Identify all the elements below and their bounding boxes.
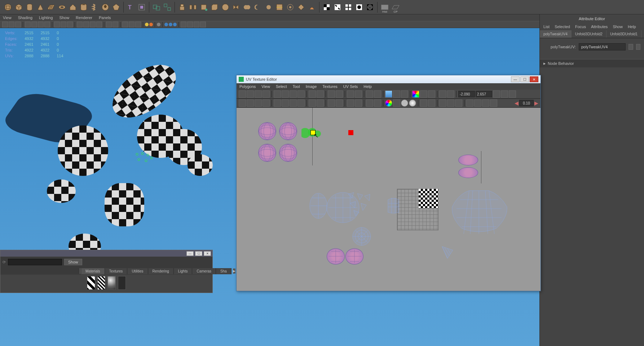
tab-utilities[interactable]: Utilities — [127, 268, 148, 274]
uv-window-titlebar[interactable]: UV Texture Editor — ☐ ✕ — [237, 75, 541, 83]
uv-sphere-preview-icon[interactable] — [401, 99, 408, 107]
smooth-icon[interactable] — [220, 2, 230, 12]
uv-shell[interactable] — [458, 167, 478, 178]
uv-colorwheel-icon[interactable] — [385, 99, 392, 107]
uv-sew-icon[interactable] — [317, 90, 324, 98]
field-chart-icon[interactable] — [54, 22, 60, 27]
uv-textures-menu[interactable]: Textures — [322, 84, 338, 89]
separate-icon[interactable] — [162, 2, 172, 12]
planar-map-icon[interactable] — [322, 2, 332, 12]
isolate-icon[interactable] — [122, 22, 128, 27]
mirror-icon[interactable] — [231, 2, 241, 12]
uv-paste-uvs-icon[interactable] — [447, 99, 454, 107]
uv-dim-icon[interactable] — [255, 90, 262, 98]
show-menu[interactable]: Show — [59, 15, 70, 20]
uv-isolate-icon[interactable] — [366, 90, 373, 98]
attr-help-menu[interactable]: Help — [628, 25, 636, 29]
type-tool-icon[interactable]: T — [126, 2, 136, 12]
uv-unfold-icon[interactable] — [336, 90, 343, 98]
uv-flip-u-icon[interactable] — [274, 90, 281, 98]
uv-optimize-icon[interactable] — [336, 99, 343, 107]
uv-checker-icon[interactable] — [420, 90, 427, 98]
uv-shade-icon[interactable] — [263, 90, 270, 98]
uv-rotate-cw-icon[interactable] — [297, 90, 305, 98]
lighting-menu[interactable]: Lighting — [39, 15, 53, 20]
uv-cut-icon[interactable] — [309, 90, 316, 98]
aa-dot-icon[interactable] — [173, 23, 177, 26]
uv-cycle-icon[interactable] — [455, 99, 462, 107]
material-swatch[interactable] — [87, 276, 95, 290]
tab-polytw[interactable]: polyTw — [641, 30, 644, 38]
construction-plane-icon[interactable]: CP — [391, 2, 401, 12]
ao-dot-icon[interactable] — [164, 23, 168, 26]
tab-materials[interactable]: Materials — [81, 268, 105, 274]
uv-layout-icon[interactable] — [328, 90, 335, 98]
uv-bake-icon[interactable] — [420, 99, 427, 107]
uv-color-icon[interactable] — [412, 90, 419, 98]
xray-joints-icon[interactable] — [135, 22, 141, 27]
gamma-dot-icon[interactable] — [149, 23, 153, 26]
use-lights-icon[interactable] — [106, 22, 112, 27]
hypershade-show-button[interactable]: Show — [64, 259, 82, 265]
uv-dist-toggle-icon[interactable] — [439, 90, 446, 98]
select-camera-icon[interactable] — [2, 22, 8, 27]
uv-smudge-icon[interactable] — [263, 99, 270, 107]
cylindrical-map-icon[interactable] — [332, 2, 343, 12]
hardware-texturing-icon[interactable] — [90, 22, 96, 27]
bookmark-icon[interactable] — [15, 22, 21, 27]
uv-shortest-path-icon[interactable] — [297, 99, 305, 107]
cylinder-primitive-icon[interactable] — [25, 2, 35, 12]
shadows-icon[interactable] — [113, 22, 118, 27]
motion-blur-dot-icon[interactable] — [169, 23, 172, 26]
append-icon[interactable] — [199, 2, 209, 12]
uv-select-shell-icon[interactable] — [274, 99, 281, 107]
uv-scale-icon[interactable] — [255, 99, 262, 107]
shading-menu[interactable]: Shading — [18, 15, 32, 20]
uv-rotate-ccw-icon[interactable] — [290, 90, 297, 98]
sculpt-icon[interactable] — [307, 2, 317, 12]
soccer-primitive-icon[interactable] — [100, 2, 110, 12]
boolean-intersect-icon[interactable] — [264, 2, 274, 12]
uv-nudge-left-icon[interactable] — [466, 99, 473, 107]
uv-normalize-icon[interactable] — [366, 99, 373, 107]
uv-copy-icon[interactable] — [501, 90, 508, 98]
tab-shading[interactable]: Sha — [216, 268, 231, 274]
view-menu[interactable]: View — [3, 15, 12, 20]
uv-shell[interactable] — [345, 191, 374, 219]
combine-icon[interactable] — [151, 2, 162, 12]
uv-next-arrow-icon[interactable]: ▶ — [534, 100, 538, 106]
tab-polytweakuv4[interactable]: polyTweakUV4 — [540, 30, 572, 38]
uv-nudge-down-icon[interactable] — [490, 99, 497, 107]
attr-list-menu[interactable]: List — [543, 25, 550, 29]
preset-icon[interactable] — [636, 44, 641, 50]
tab-scroll-right-icon[interactable]: ▶ — [233, 269, 235, 274]
uv-nudge-up-icon[interactable] — [482, 99, 489, 107]
uv-unitize-icon[interactable] — [374, 99, 381, 107]
extrude-icon[interactable] — [177, 2, 187, 12]
collapse-icon[interactable] — [296, 2, 306, 12]
uv-shell[interactable] — [327, 248, 345, 265]
material-swatch[interactable] — [118, 276, 126, 290]
hypershade-icon[interactable] — [80, 268, 80, 274]
panel-minimize-button[interactable]: — — [186, 251, 194, 256]
uv-shell[interactable] — [386, 196, 401, 214]
interactive-create-icon[interactable] — [137, 2, 147, 12]
uv-lattice-icon[interactable] — [309, 99, 316, 107]
cube-primitive-icon[interactable] — [14, 2, 24, 12]
tab-unfold3dunfold2[interactable]: Unfold3DUnfold2 — [572, 30, 606, 38]
tab-lights[interactable]: Lights — [174, 268, 193, 274]
uv-shaded-preview-icon[interactable] — [409, 99, 416, 107]
material-swatch[interactable] — [97, 276, 106, 290]
automatic-map-icon[interactable] — [354, 2, 364, 12]
safe-action-icon[interactable] — [61, 22, 66, 27]
torus-primitive-icon[interactable] — [57, 2, 67, 12]
uv-shell[interactable] — [279, 122, 297, 140]
panels-menu[interactable]: Panels — [99, 15, 111, 20]
hypershade-titlebar[interactable]: — ☐ ✕ — [0, 250, 212, 257]
uv-select-edge-icon[interactable] — [290, 99, 297, 107]
uv-shell[interactable] — [449, 189, 509, 236]
uv-texture-borders-icon[interactable] — [401, 90, 408, 98]
uv-shell-select-icon[interactable] — [374, 90, 381, 98]
bridge-icon[interactable] — [188, 2, 198, 12]
maximize-button[interactable]: ☐ — [520, 76, 529, 82]
